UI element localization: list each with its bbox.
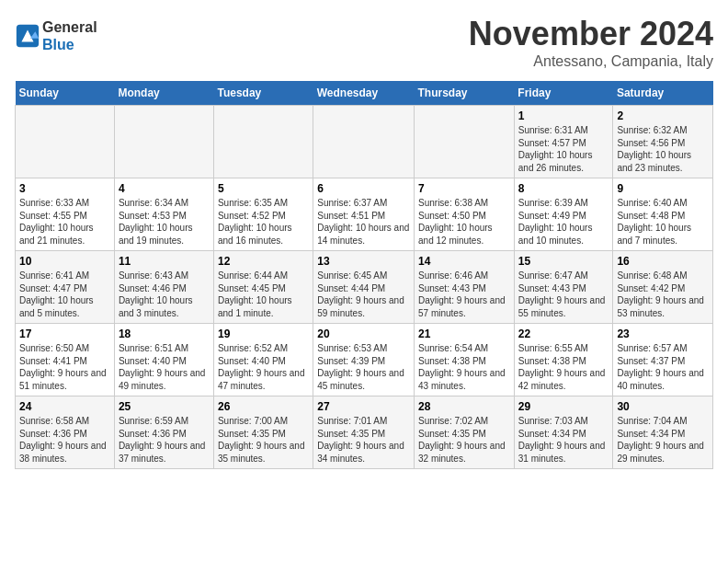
calendar-cell: 20Sunrise: 6:53 AM Sunset: 4:39 PM Dayli… xyxy=(313,324,415,396)
day-number: 6 xyxy=(317,182,410,195)
calendar-cell: 5Sunrise: 6:35 AM Sunset: 4:52 PM Daylig… xyxy=(213,178,313,251)
calendar-cell: 25Sunrise: 6:59 AM Sunset: 4:36 PM Dayli… xyxy=(114,396,213,469)
calendar-week-1: 1Sunrise: 6:31 AM Sunset: 4:57 PM Daylig… xyxy=(16,106,713,178)
day-info: Sunrise: 6:46 AM Sunset: 4:43 PM Dayligh… xyxy=(418,270,506,318)
day-info: Sunrise: 7:03 AM Sunset: 4:34 PM Dayligh… xyxy=(518,416,606,464)
day-number: 10 xyxy=(19,255,110,268)
calendar-cell: 4Sunrise: 6:34 AM Sunset: 4:53 PM Daylig… xyxy=(114,178,213,251)
day-number: 24 xyxy=(19,400,110,413)
day-number: 11 xyxy=(119,255,210,268)
calendar-cell: 18Sunrise: 6:51 AM Sunset: 4:40 PM Dayli… xyxy=(114,324,213,396)
day-number: 27 xyxy=(317,400,410,413)
day-info: Sunrise: 6:48 AM Sunset: 4:42 PM Dayligh… xyxy=(617,270,704,318)
day-number: 7 xyxy=(418,182,510,195)
calendar-cell: 14Sunrise: 6:46 AM Sunset: 4:43 PM Dayli… xyxy=(415,251,515,324)
calendar-cell xyxy=(114,106,213,178)
day-number: 4 xyxy=(119,182,210,195)
header-day-friday: Friday xyxy=(514,81,613,106)
day-info: Sunrise: 7:00 AM Sunset: 4:35 PM Dayligh… xyxy=(218,416,305,464)
logo: General Blue xyxy=(15,18,97,53)
day-number: 15 xyxy=(518,255,609,268)
calendar-cell: 8Sunrise: 6:39 AM Sunset: 4:49 PM Daylig… xyxy=(514,178,613,251)
day-info: Sunrise: 6:55 AM Sunset: 4:38 PM Dayligh… xyxy=(518,343,606,391)
sub-title: Antessano, Campania, Italy xyxy=(469,53,713,70)
calendar-cell: 2Sunrise: 6:32 AM Sunset: 4:56 PM Daylig… xyxy=(613,106,713,178)
day-number: 12 xyxy=(218,255,309,268)
calendar-cell: 23Sunrise: 6:57 AM Sunset: 4:37 PM Dayli… xyxy=(613,324,713,396)
day-number: 25 xyxy=(119,400,210,413)
day-info: Sunrise: 6:50 AM Sunset: 4:41 PM Dayligh… xyxy=(19,343,107,391)
logo-icon xyxy=(15,23,40,49)
calendar-cell: 3Sunrise: 6:33 AM Sunset: 4:55 PM Daylig… xyxy=(16,178,115,251)
day-info: Sunrise: 6:54 AM Sunset: 4:38 PM Dayligh… xyxy=(418,343,506,391)
day-number: 9 xyxy=(617,182,709,195)
day-info: Sunrise: 6:32 AM Sunset: 4:56 PM Dayligh… xyxy=(617,125,691,173)
day-number: 2 xyxy=(617,109,709,122)
calendar-week-3: 10Sunrise: 6:41 AM Sunset: 4:47 PM Dayli… xyxy=(16,251,713,324)
day-number: 30 xyxy=(617,400,709,413)
calendar-cell: 28Sunrise: 7:02 AM Sunset: 4:35 PM Dayli… xyxy=(415,396,515,469)
day-number: 21 xyxy=(418,327,510,340)
calendar-cell: 10Sunrise: 6:41 AM Sunset: 4:47 PM Dayli… xyxy=(16,251,115,324)
calendar-cell: 13Sunrise: 6:45 AM Sunset: 4:44 PM Dayli… xyxy=(313,251,415,324)
day-number: 17 xyxy=(19,327,110,340)
calendar-week-2: 3Sunrise: 6:33 AM Sunset: 4:55 PM Daylig… xyxy=(16,178,713,251)
logo-text: General Blue xyxy=(42,18,97,53)
calendar-cell xyxy=(213,106,313,178)
day-number: 5 xyxy=(218,182,309,195)
day-info: Sunrise: 7:04 AM Sunset: 4:34 PM Dayligh… xyxy=(617,416,704,464)
day-info: Sunrise: 6:33 AM Sunset: 4:55 PM Dayligh… xyxy=(19,198,94,246)
day-number: 13 xyxy=(317,255,410,268)
calendar-cell: 17Sunrise: 6:50 AM Sunset: 4:41 PM Dayli… xyxy=(16,324,115,396)
day-info: Sunrise: 6:35 AM Sunset: 4:52 PM Dayligh… xyxy=(218,198,292,246)
day-info: Sunrise: 6:31 AM Sunset: 4:57 PM Dayligh… xyxy=(518,125,593,173)
day-number: 14 xyxy=(418,255,510,268)
calendar-cell: 21Sunrise: 6:54 AM Sunset: 4:38 PM Dayli… xyxy=(415,324,515,396)
calendar-body: 1Sunrise: 6:31 AM Sunset: 4:57 PM Daylig… xyxy=(16,106,713,469)
calendar-week-5: 24Sunrise: 6:58 AM Sunset: 4:36 PM Dayli… xyxy=(16,396,713,469)
day-info: Sunrise: 6:34 AM Sunset: 4:53 PM Dayligh… xyxy=(119,198,193,246)
calendar-cell: 19Sunrise: 6:52 AM Sunset: 4:40 PM Dayli… xyxy=(213,324,313,396)
day-number: 22 xyxy=(518,327,609,340)
calendar-header: SundayMondayTuesdayWednesdayThursdayFrid… xyxy=(16,81,713,106)
calendar-cell xyxy=(16,106,115,178)
calendar-table: SundayMondayTuesdayWednesdayThursdayFrid… xyxy=(15,81,713,469)
day-info: Sunrise: 6:41 AM Sunset: 4:47 PM Dayligh… xyxy=(19,270,94,318)
calendar-cell xyxy=(415,106,515,178)
calendar-cell: 22Sunrise: 6:55 AM Sunset: 4:38 PM Dayli… xyxy=(514,324,613,396)
day-number: 16 xyxy=(617,255,709,268)
day-info: Sunrise: 6:38 AM Sunset: 4:50 PM Dayligh… xyxy=(418,198,493,246)
day-info: Sunrise: 6:57 AM Sunset: 4:37 PM Dayligh… xyxy=(617,343,704,391)
day-info: Sunrise: 6:40 AM Sunset: 4:48 PM Dayligh… xyxy=(617,198,691,246)
day-number: 8 xyxy=(518,182,609,195)
day-info: Sunrise: 6:53 AM Sunset: 4:39 PM Dayligh… xyxy=(317,343,404,391)
day-number: 23 xyxy=(617,327,709,340)
header-day-wednesday: Wednesday xyxy=(313,81,415,106)
header-day-tuesday: Tuesday xyxy=(213,81,313,106)
main-title: November 2024 xyxy=(469,15,713,53)
calendar-cell: 15Sunrise: 6:47 AM Sunset: 4:43 PM Dayli… xyxy=(514,251,613,324)
calendar-cell: 11Sunrise: 6:43 AM Sunset: 4:46 PM Dayli… xyxy=(114,251,213,324)
calendar-cell: 7Sunrise: 6:38 AM Sunset: 4:50 PM Daylig… xyxy=(415,178,515,251)
day-info: Sunrise: 6:47 AM Sunset: 4:43 PM Dayligh… xyxy=(518,270,606,318)
calendar-cell: 1Sunrise: 6:31 AM Sunset: 4:57 PM Daylig… xyxy=(514,106,613,178)
header-day-saturday: Saturday xyxy=(613,81,713,106)
calendar-cell: 24Sunrise: 6:58 AM Sunset: 4:36 PM Dayli… xyxy=(16,396,115,469)
header-day-sunday: Sunday xyxy=(16,81,115,106)
title-area: November 2024 Antessano, Campania, Italy xyxy=(469,15,713,70)
day-info: Sunrise: 7:01 AM Sunset: 4:35 PM Dayligh… xyxy=(317,416,404,464)
day-info: Sunrise: 6:51 AM Sunset: 4:40 PM Dayligh… xyxy=(119,343,206,391)
header-day-monday: Monday xyxy=(114,81,213,106)
day-info: Sunrise: 6:59 AM Sunset: 4:36 PM Dayligh… xyxy=(119,416,206,464)
calendar-cell: 16Sunrise: 6:48 AM Sunset: 4:42 PM Dayli… xyxy=(613,251,713,324)
day-info: Sunrise: 6:44 AM Sunset: 4:45 PM Dayligh… xyxy=(218,270,292,318)
day-info: Sunrise: 6:39 AM Sunset: 4:49 PM Dayligh… xyxy=(518,198,593,246)
day-info: Sunrise: 6:45 AM Sunset: 4:44 PM Dayligh… xyxy=(317,270,404,318)
day-info: Sunrise: 6:43 AM Sunset: 4:46 PM Dayligh… xyxy=(119,270,193,318)
calendar-week-4: 17Sunrise: 6:50 AM Sunset: 4:41 PM Dayli… xyxy=(16,324,713,396)
day-number: 1 xyxy=(518,109,609,122)
day-number: 20 xyxy=(317,327,410,340)
calendar-cell: 30Sunrise: 7:04 AM Sunset: 4:34 PM Dayli… xyxy=(613,396,713,469)
day-info: Sunrise: 6:52 AM Sunset: 4:40 PM Dayligh… xyxy=(218,343,305,391)
day-info: Sunrise: 6:58 AM Sunset: 4:36 PM Dayligh… xyxy=(19,416,107,464)
